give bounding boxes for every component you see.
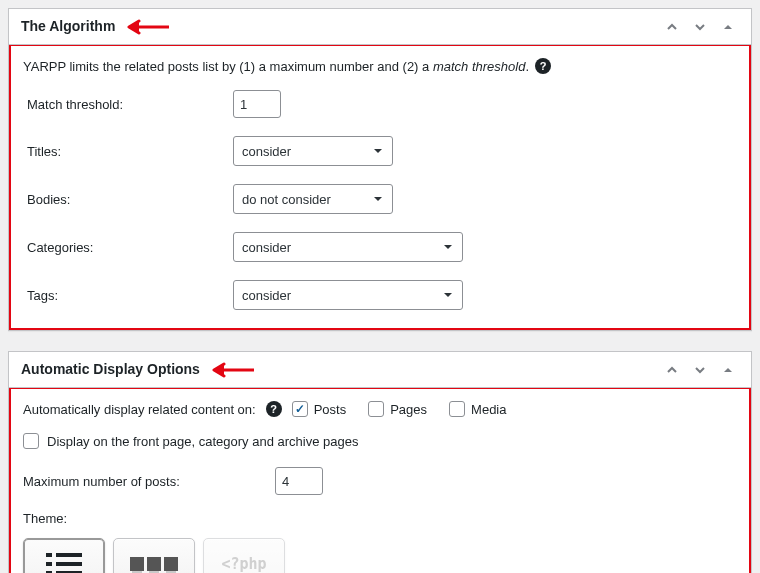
tags-label: Tags: [23,288,233,303]
front-page-row[interactable]: Display on the front page, category and … [23,433,737,449]
pages-checkbox[interactable] [368,401,384,417]
tags-select[interactable]: consider [233,280,463,310]
categories-select[interactable]: consider [233,232,463,262]
theme-options: List Thumbnails <?php Custom [23,538,737,573]
tags-row: Tags: consider [23,280,737,310]
help-icon[interactable]: ? [266,401,282,417]
move-up-icon[interactable] [661,16,683,38]
max-posts-label: Maximum number of posts: [23,474,275,489]
pages-checkbox-wrap[interactable]: Pages [368,401,427,417]
front-page-label: Display on the front page, category and … [47,434,358,449]
help-icon[interactable]: ? [535,58,551,74]
bodies-label: Bodies: [23,192,233,207]
algorithm-title: The Algorithm [21,18,115,34]
titles-label: Titles: [23,144,233,159]
categories-row: Categories: consider [23,232,737,262]
titles-row: Titles: consider [23,136,737,166]
auto-display-title: Automatic Display Options [21,361,200,377]
match-threshold-label: Match threshold: [23,97,233,112]
auto-display-header: Automatic Display Options [9,352,751,388]
algorithm-metabox: The Algorithm YARPP limits the related p… [8,8,752,331]
intro-pre: YARPP limits the related posts list by (… [23,59,433,74]
thumbnails-icon [128,550,180,573]
auto-display-on-row: Automatically display related content on… [23,401,737,417]
posts-checkbox-wrap[interactable]: Posts [292,401,347,417]
match-threshold-row: Match threshold: [23,90,737,118]
move-down-icon[interactable] [689,16,711,38]
intro-em: match threshold [433,59,526,74]
move-up-icon[interactable] [661,359,683,381]
posts-checkbox[interactable] [292,401,308,417]
php-icon: <?php [218,550,270,573]
theme-option-list[interactable]: List [23,538,105,573]
front-page-checkbox[interactable] [23,433,39,449]
toggle-icon[interactable] [717,16,739,38]
bodies-row: Bodies: do not consider [23,184,737,214]
auto-display-metabox: Automatic Display Options Automatically … [8,351,752,573]
auto-display-body: Automatically display related content on… [9,387,751,573]
list-icon [38,550,90,573]
algorithm-header: The Algorithm [9,9,751,45]
intro-post: . [525,59,529,74]
max-posts-row: Maximum number of posts: [23,467,737,495]
theme-option-custom: <?php Custom [203,538,285,573]
auto-display-on-label: Automatically display related content on… [23,402,256,417]
bodies-select[interactable]: do not consider [233,184,393,214]
theme-label: Theme: [23,511,737,526]
pages-checkbox-label: Pages [390,402,427,417]
annotation-arrow-icon [127,19,169,35]
algorithm-body: YARPP limits the related posts list by (… [9,44,751,330]
annotation-arrow-icon [212,362,254,378]
media-checkbox[interactable] [449,401,465,417]
match-threshold-input[interactable] [233,90,281,118]
media-checkbox-label: Media [471,402,506,417]
titles-select[interactable]: consider [233,136,393,166]
toggle-icon[interactable] [717,359,739,381]
move-down-icon[interactable] [689,359,711,381]
media-checkbox-wrap[interactable]: Media [449,401,506,417]
algorithm-intro: YARPP limits the related posts list by (… [23,58,737,74]
max-posts-input[interactable] [275,467,323,495]
posts-checkbox-label: Posts [314,402,347,417]
theme-option-thumbnails[interactable]: Thumbnails [113,538,195,573]
categories-label: Categories: [23,240,233,255]
